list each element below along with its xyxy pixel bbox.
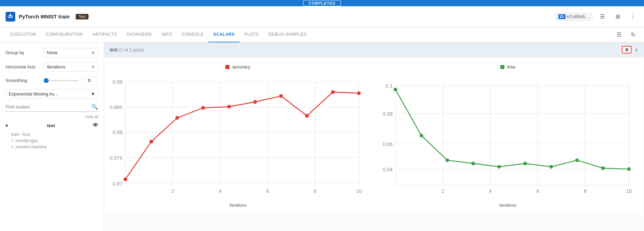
svg-text:0.08: 0.08 [383,111,393,117]
app-icon [6,12,15,22]
svg-text:0.04: 0.04 [383,167,393,172]
accuracy-legend: accuracy [108,64,368,69]
smoothing-value-input[interactable]: 0 [81,76,97,84]
header: PyTorch MNIST train Test ID e7cd60c6....… [0,6,644,27]
section-subtitle: (2 of 2 plots) [119,47,144,52]
horizontal-axis-value: Iterations [47,64,65,69]
svg-text:6: 6 [266,188,269,194]
loss-chart-svg-wrapper: 0.1 0.08 0.06 0.04 [378,74,638,201]
svg-point-33 [357,91,361,95]
smoothing-label: Smoothing [6,78,44,83]
svg-text:6: 6 [536,188,539,194]
content-area: test (2 of 2 plots) ⊞ ∧ accuracy 0.99 [104,42,644,231]
svg-text:0.975: 0.975 [110,155,123,161]
accuracy-legend-dot [225,65,229,69]
horizontal-axis-select[interactable]: Iterations ▼ [44,62,98,72]
svg-text:0.97: 0.97 [112,181,123,187]
section-title: test [110,47,118,52]
svg-rect-1 [8,17,13,18]
tab-artifacts[interactable]: ARTIFACTS [88,27,122,42]
nav-tabs-right: ☰ ↻ [613,29,638,40]
svg-text:2: 2 [172,188,174,194]
scalar-group-test-header[interactable]: ▾ test 👁 [6,122,98,129]
tab-plots[interactable]: PLOTS [240,27,264,42]
tab-dataviews[interactable]: DATAVIEWS [122,27,157,42]
section-header: test (2 of 2 plots) ⊞ ∧ [104,42,644,57]
svg-point-60 [549,165,553,169]
horizontal-axis-chevron: ▼ [91,65,95,69]
header-left: PyTorch MNIST train Test [6,12,89,22]
svg-point-63 [627,167,631,171]
collapse-section-button[interactable]: ∧ [634,47,638,53]
layout-button[interactable]: ⊞ [612,11,623,22]
svg-point-24 [124,178,127,181]
scalar-group-test-arrow: ▾ [6,123,8,128]
loss-legend: loss [378,64,638,69]
exp-moving-avg-value: Exponential Moving Av... [9,91,58,97]
svg-text:10: 10 [356,188,361,194]
tag-badge: Test [76,14,88,19]
loss-svg: 0.1 0.08 0.06 0.04 [378,74,638,199]
toggle-view-button[interactable]: ⊞ [622,46,632,53]
svg-point-57 [471,162,475,165]
tab-debug-samples[interactable]: DEBUG SAMPLES [264,27,311,42]
tab-configuration[interactable]: CONFIGURATION [41,27,88,42]
scalar-group-test: ▾ test 👁 [6,122,98,129]
id-label: ID [558,14,566,19]
search-icon[interactable]: 🔍 [91,104,98,110]
tab-scalars[interactable]: SCALARS [208,27,240,42]
slider-container: 0 [44,76,98,84]
scalar-item-monitor-gpu[interactable]: > :monitor:gpu [6,138,98,144]
loss-legend-label: loss [507,64,515,69]
scalar-group-test-label: test [47,123,55,128]
exp-moving-avg-select[interactable]: Exponential Moving Av... ▼ [6,89,98,99]
list-view-button[interactable]: ☰ [597,11,608,22]
horizontal-axis-row: Horizontal Axis Iterations ▼ [6,62,98,72]
completed-badge: COMPLETED [303,0,341,6]
horizontal-axis-label: Horizontal Axis [6,64,44,69]
svg-point-58 [497,165,501,169]
more-menu-button[interactable]: ⋮ [627,11,638,22]
tab-console[interactable]: CONSOLE [177,27,208,42]
smoothing-slider[interactable] [44,80,78,81]
svg-point-62 [601,166,605,170]
svg-point-31 [305,114,309,118]
svg-text:10: 10 [626,188,632,194]
scalar-item-monitor-machine[interactable]: > :monitor:machine [6,144,98,150]
smoothing-row: Smoothing 0 [6,76,98,84]
svg-point-61 [575,158,579,162]
svg-point-25 [149,140,153,143]
loss-legend-dot [500,65,504,69]
svg-point-30 [279,94,283,98]
svg-point-29 [253,100,257,104]
hide-all-button[interactable]: Hide all [6,115,98,119]
group-by-row: Group by None ▼ [6,48,98,57]
tab-execution[interactable]: EXECUTION [6,27,41,42]
accuracy-chart: accuracy 0.99 0.985 0.98 0.975 0.97 [104,57,374,215]
accuracy-x-label: Iterations [108,203,368,208]
group-by-chevron: ▼ [91,50,95,55]
tab-info[interactable]: INFO [157,27,177,42]
svg-point-28 [227,105,231,109]
scalar-item-train-loss[interactable]: train - loss [6,131,98,138]
nav-tabs: EXECUTION CONFIGURATION ARTIFACTS DATAVI… [0,27,644,42]
svg-point-55 [419,134,423,138]
id-chip: ID e7cd60c6.... [555,13,593,20]
header-title: PyTorch MNIST train [19,14,69,19]
svg-point-2 [10,14,11,16]
group-by-label: Group by [6,50,44,55]
accuracy-chart-svg-wrapper: 0.99 0.985 0.98 0.975 0.97 [108,74,368,201]
svg-text:0.985: 0.985 [110,105,123,110]
svg-text:0.1: 0.1 [385,83,392,89]
sidebar: Group by None ▼ Horizontal Axis Iteratio… [0,42,104,231]
nav-refresh-icon[interactable]: ↻ [627,29,638,40]
id-value: e7cd60c6.... [567,14,589,19]
svg-point-27 [201,106,205,110]
nav-list-icon[interactable]: ☰ [613,29,625,40]
svg-point-56 [445,158,449,162]
svg-text:2: 2 [441,188,444,194]
test-visibility-icon[interactable]: 👁 [93,122,98,129]
group-by-select[interactable]: None ▼ [44,48,98,57]
svg-point-54 [393,88,397,91]
search-input[interactable] [6,104,91,109]
